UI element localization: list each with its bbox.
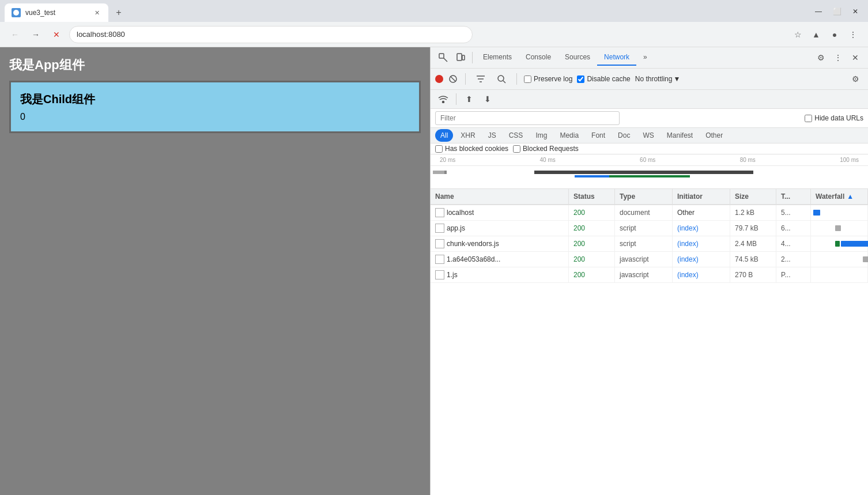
- svg-line-5: [451, 77, 455, 81]
- cell-waterfall-1js: [811, 267, 868, 282]
- bookmark-button[interactable]: ☆: [790, 27, 806, 43]
- throttle-dropdown[interactable]: No throttling ▼: [635, 75, 681, 83]
- cell-status-appjs: 200: [569, 221, 615, 236]
- row-checkbox-appjs: [435, 224, 444, 233]
- cell-size-appjs: 79.7 kB: [730, 221, 776, 236]
- cell-waterfall-1a64: [811, 252, 868, 267]
- address-input[interactable]: [69, 26, 473, 43]
- device-toolbar-button[interactable]: [452, 50, 469, 66]
- new-tab-button[interactable]: +: [111, 5, 127, 21]
- menu-button[interactable]: ⋮: [845, 27, 861, 43]
- type-tab-media[interactable]: Media: [554, 129, 584, 142]
- initiator-link-1js[interactable]: (index): [677, 271, 699, 279]
- network-toolbar-separator1: [465, 73, 466, 85]
- cell-time-1js: P...: [776, 267, 811, 282]
- col-name[interactable]: Name: [431, 189, 569, 204]
- record-button[interactable]: [435, 75, 443, 83]
- col-size[interactable]: Size: [730, 189, 776, 204]
- filter-input[interactable]: [435, 111, 620, 125]
- address-right-controls: ☆ ▲ ● ⋮: [790, 27, 861, 43]
- devtools-main-tabs: Elements Console Sources Network »: [476, 50, 812, 66]
- minimize-button[interactable]: —: [810, 3, 827, 20]
- disable-cache-checkbox[interactable]: [577, 75, 584, 83]
- forward-button[interactable]: →: [28, 27, 44, 43]
- table-row[interactable]: 1.a64e053a68d... 200 javascript (index) …: [431, 252, 868, 267]
- more-tabs-button[interactable]: »: [636, 50, 654, 66]
- waterfall-bar-appjs: [835, 225, 841, 231]
- tab-network[interactable]: Network: [597, 50, 636, 66]
- col-time[interactable]: T...: [776, 189, 811, 204]
- blocked-requests-checkbox[interactable]: [513, 145, 520, 153]
- has-blocked-cookies-checkbox[interactable]: [435, 145, 443, 153]
- devtools-close-button[interactable]: ✕: [847, 50, 863, 66]
- col-status[interactable]: Status: [569, 189, 615, 204]
- cell-time-chunkvendors: 4...: [776, 236, 811, 251]
- import-button[interactable]: ⬆: [461, 91, 477, 107]
- type-tab-ws[interactable]: WS: [637, 129, 659, 142]
- type-tab-css[interactable]: CSS: [504, 129, 529, 142]
- type-tab-all[interactable]: All: [435, 129, 453, 142]
- col-initiator[interactable]: Initiator: [673, 189, 730, 204]
- hide-data-urls-checkbox[interactable]: [805, 115, 812, 122]
- hide-data-urls-label[interactable]: Hide data URLs: [805, 114, 863, 122]
- blocked-requests-label[interactable]: Blocked Requests: [513, 145, 579, 153]
- active-tab[interactable]: vue3_test ✕: [5, 3, 108, 22]
- row-name-localhost: localhost: [447, 209, 474, 217]
- type-tab-other[interactable]: Other: [700, 129, 728, 142]
- account-button[interactable]: ●: [827, 27, 843, 43]
- disable-cache-label[interactable]: Disable cache: [577, 75, 630, 83]
- initiator-link-1a64[interactable]: (index): [677, 255, 699, 263]
- cell-name-appjs: app.js: [431, 221, 569, 236]
- initiator-link-chunkvendors[interactable]: (index): [677, 240, 699, 248]
- extension-button[interactable]: ▲: [808, 27, 824, 43]
- maximize-button[interactable]: ⬜: [829, 3, 845, 20]
- hide-data-urls-text: Hide data URLs: [814, 114, 863, 122]
- devtools-settings-button[interactable]: ⚙: [813, 50, 829, 66]
- offline-button[interactable]: [435, 91, 451, 107]
- tab-elements[interactable]: Elements: [476, 50, 519, 66]
- row-checkbox-1js: [435, 270, 444, 279]
- reload-button[interactable]: ✕: [48, 27, 65, 43]
- network-toolbar-separator2: [516, 73, 517, 85]
- waterfall-bar-chunkvendors-blue: [841, 241, 868, 247]
- tab-close-button[interactable]: ✕: [92, 8, 101, 17]
- export-button[interactable]: ⬇: [480, 91, 496, 107]
- table-row[interactable]: app.js 200 script (index) 79.7 kB 6...: [431, 221, 868, 236]
- throttle-label: No throttling: [635, 75, 673, 83]
- tab-console[interactable]: Console: [519, 50, 558, 66]
- filter-button[interactable]: [473, 71, 489, 87]
- type-tab-img[interactable]: Img: [530, 129, 552, 142]
- cell-initiator-localhost: Other: [673, 205, 730, 220]
- timeline-ruler: 20 ms 40 ms 60 ms 80 ms 100 ms: [431, 154, 868, 166]
- preserve-log-label[interactable]: Preserve log: [524, 75, 572, 83]
- search-button[interactable]: [493, 71, 510, 87]
- timeline-mark-60ms: 60 ms: [640, 157, 655, 163]
- type-tab-xhr[interactable]: XHR: [455, 129, 480, 142]
- close-window-button[interactable]: ✕: [847, 3, 863, 20]
- back-button[interactable]: ←: [7, 27, 23, 43]
- type-tab-font[interactable]: Font: [586, 129, 610, 142]
- has-blocked-cookies-label[interactable]: Has blocked cookies: [435, 145, 508, 153]
- table-row[interactable]: localhost 200 document Other 1.2 kB 5...: [431, 205, 868, 221]
- preserve-log-checkbox[interactable]: [524, 75, 531, 83]
- cell-time-1a64: 2...: [776, 252, 811, 267]
- col-waterfall[interactable]: Waterfall ▲: [811, 189, 868, 204]
- table-row[interactable]: 1.js 200 javascript (index) 270 B P...: [431, 267, 868, 283]
- inspect-element-button[interactable]: [435, 50, 451, 66]
- type-tab-manifest[interactable]: Manifest: [662, 129, 698, 142]
- preserve-log-text: Preserve log: [534, 75, 572, 83]
- network-settings-button[interactable]: ⚙: [847, 71, 863, 87]
- toolbar-separator: [472, 52, 473, 63]
- tab-sources[interactable]: Sources: [558, 50, 597, 66]
- initiator-link-appjs[interactable]: (index): [677, 224, 699, 232]
- cell-waterfall-appjs: [811, 221, 868, 236]
- type-tab-doc[interactable]: Doc: [613, 129, 635, 142]
- col-waterfall-label: Waterfall: [816, 192, 844, 201]
- cell-type-appjs: script: [615, 221, 673, 236]
- table-row[interactable]: chunk-vendors.js 200 script (index) 2.4 …: [431, 236, 868, 252]
- col-type[interactable]: Type: [615, 189, 673, 204]
- type-tab-js[interactable]: JS: [483, 129, 501, 142]
- svg-rect-3: [462, 55, 465, 60]
- clear-button[interactable]: [448, 74, 458, 84]
- devtools-more-button[interactable]: ⋮: [830, 50, 846, 66]
